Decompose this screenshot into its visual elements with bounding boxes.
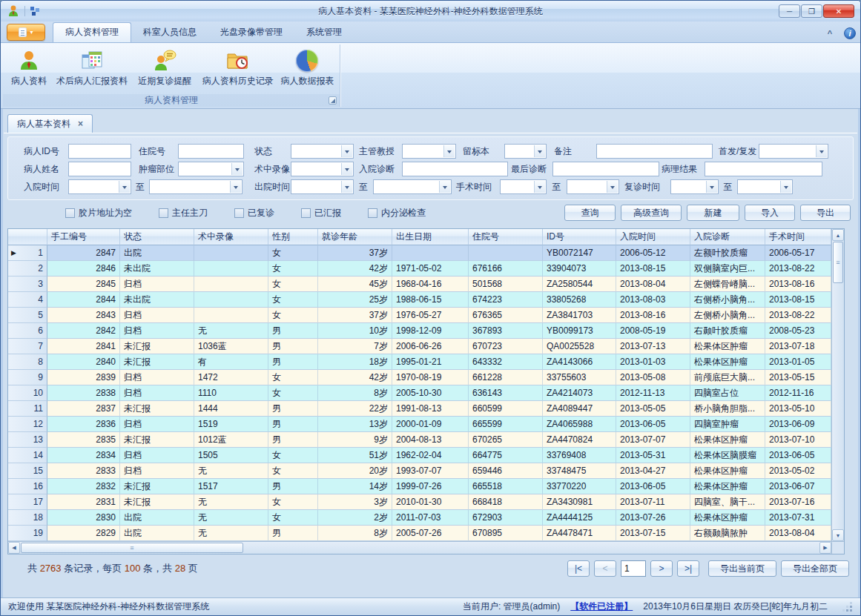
table-cell[interactable]: 归档 [120, 463, 194, 479]
table-cell[interactable] [194, 308, 268, 323]
table-cell[interactable]: 左额叶胶质瘤 [690, 245, 765, 261]
table-cell[interactable]: 1970-08-19 [392, 370, 469, 385]
ribbon-tab-department-staff[interactable]: 科室人员信息 [131, 23, 208, 42]
table-cell[interactable]: 33748475 [543, 463, 616, 479]
vertical-scroll-thumb[interactable]: ≡ [833, 242, 843, 283]
table-cell[interactable]: 男 [268, 479, 318, 494]
table-cell[interactable]: 670265 [469, 432, 543, 448]
table-cell[interactable]: 男 [268, 417, 318, 432]
application-menu-button[interactable]: ▾ [7, 24, 45, 41]
table-cell[interactable]: 2013-08-15 [616, 261, 690, 276]
table-cell[interactable]: 归档 [120, 448, 194, 463]
table-row[interactable]: 72841未汇报1036蓝男7岁2006-06-26670723QA002552… [8, 339, 831, 354]
table-cell[interactable]: 归档 [120, 417, 194, 432]
table-cell[interactable]: 676166 [469, 261, 543, 276]
ribbon-tab-disc-video[interactable]: 光盘录像带管理 [208, 23, 294, 42]
table-cell[interactable]: 2845 [47, 276, 120, 292]
table-cell[interactable]: 2836 [47, 417, 120, 432]
table-cell[interactable]: 2833 [47, 463, 120, 479]
last-page-button[interactable]: >| [677, 560, 699, 577]
row-indicator[interactable]: 14 [8, 448, 47, 463]
column-header-2[interactable]: 状态 [120, 229, 194, 245]
table-cell[interactable]: 2835 [47, 432, 120, 448]
table-cell[interactable]: 右颞叶胶质瘤 [690, 323, 765, 339]
table-cell[interactable]: 51岁 [318, 448, 392, 463]
close-button[interactable]: ✕ [823, 4, 854, 18]
table-cell[interactable]: 男 [268, 432, 318, 448]
table-cell[interactable]: 13岁 [318, 417, 392, 432]
table-cell[interactable]: ZA3430981 [543, 494, 616, 510]
row-indicator[interactable]: 3 [8, 276, 47, 292]
column-header-9[interactable]: 入院时间 [616, 229, 690, 245]
table-cell[interactable]: 2013-06-05 [616, 479, 690, 494]
reported-checkbox[interactable] [301, 208, 311, 218]
table-row[interactable]: 22846未出院女42岁1971-05-02676166339040732013… [8, 261, 831, 276]
table-cell[interactable]: 无 [194, 323, 268, 339]
table-cell[interactable]: 2013-01-03 [616, 354, 690, 370]
table-cell[interactable]: 1036蓝 [194, 339, 268, 354]
table-cell[interactable]: 男 [268, 401, 318, 417]
table-cell[interactable]: 2013-08-16 [765, 276, 831, 292]
table-cell[interactable]: YB0072147 [543, 245, 616, 261]
table-cell[interactable]: 出院 [120, 526, 194, 541]
table-cell[interactable]: 左侧蝶骨嵴脑... [690, 276, 765, 292]
row-indicator[interactable]: 8 [8, 354, 47, 370]
row-indicator[interactable]: 17 [8, 494, 47, 510]
table-cell[interactable]: ZA4478471 [543, 526, 616, 541]
resize-grip-icon[interactable] [842, 602, 853, 612]
table-cell[interactable]: 女 [268, 494, 318, 510]
table-row[interactable]: 62842归档无男10岁1998-12-09367893YB0099173200… [8, 323, 831, 339]
pathology-result-input[interactable] [705, 162, 822, 176]
table-cell[interactable]: 37岁 [318, 245, 392, 261]
specimen-combo[interactable] [504, 144, 547, 159]
table-cell[interactable]: 2837 [47, 401, 120, 417]
app-logo-icon[interactable] [7, 4, 20, 18]
followup-time-from-combo[interactable] [670, 179, 719, 194]
table-cell[interactable]: 未出院 [120, 292, 194, 308]
table-cell[interactable]: 2013-05-31 [616, 448, 690, 463]
row-indicator[interactable]: 12 [8, 417, 47, 432]
discharge-time-from-combo[interactable] [291, 179, 354, 194]
table-cell[interactable]: 无 [194, 463, 268, 479]
table-cell[interactable]: 664775 [469, 448, 543, 463]
admission-time-to-combo[interactable] [149, 179, 243, 194]
table-row[interactable]: 182830出院无女2岁2011-07-03672903ZA4444125201… [8, 510, 831, 526]
column-header-11[interactable]: 手术时间 [765, 229, 831, 245]
table-row[interactable]: ▶12847出院女37岁YB00721472006-05-12左额叶胶质瘤200… [8, 245, 831, 261]
table-cell[interactable]: 2013-08-04 [616, 276, 690, 292]
table-cell[interactable]: 2013-04-27 [616, 463, 690, 479]
table-cell[interactable]: ZA4214073 [543, 385, 616, 401]
table-row[interactable]: 92839归档1472女42岁1970-08-19661228337556032… [8, 370, 831, 385]
table-cell[interactable] [469, 245, 543, 261]
maximize-button[interactable]: ❐ [801, 4, 822, 18]
layout-grid-icon[interactable] [30, 6, 40, 16]
table-cell[interactable]: 2岁 [318, 510, 392, 526]
table-cell[interactable]: 左侧桥小脑角... [690, 308, 765, 323]
table-cell[interactable]: 1517 [194, 479, 268, 494]
table-cell[interactable]: 女 [268, 261, 318, 276]
table-cell[interactable]: 未汇报 [120, 339, 194, 354]
table-cell[interactable]: 2013-06-07 [765, 479, 831, 494]
column-header-4[interactable]: 性别 [268, 229, 318, 245]
table-cell[interactable]: 2831 [47, 494, 120, 510]
row-indicator[interactable]: 5 [8, 308, 47, 323]
table-cell[interactable]: 2013-07-07 [616, 432, 690, 448]
table-cell[interactable]: 松果体区肿瘤 [690, 510, 765, 526]
table-cell[interactable]: 2006-06-26 [392, 339, 469, 354]
table-cell[interactable]: 2013-07-18 [765, 339, 831, 354]
table-cell[interactable]: 2840 [47, 354, 120, 370]
table-row[interactable]: 42844未出院女25岁1988-06-15674223338052682013… [8, 292, 831, 308]
table-cell[interactable]: 660599 [469, 401, 543, 417]
patient-history-button[interactable]: 病人资料历史记录 [199, 47, 277, 94]
tumor-site-combo[interactable] [178, 162, 244, 176]
current-page-input[interactable] [621, 560, 646, 577]
table-cell[interactable] [194, 292, 268, 308]
table-cell[interactable] [392, 245, 469, 261]
table-cell[interactable]: 归档 [120, 276, 194, 292]
table-cell[interactable]: 出院 [120, 245, 194, 261]
table-row[interactable]: 112837未汇报1444男22岁1991-08-13660599ZA40894… [8, 401, 831, 417]
table-cell[interactable]: 桥小脑角胆脂... [690, 401, 765, 417]
table-cell[interactable]: 25岁 [318, 292, 392, 308]
table-cell[interactable]: 松果体区肿瘤 [690, 339, 765, 354]
discharge-time-to-combo[interactable] [373, 179, 452, 194]
